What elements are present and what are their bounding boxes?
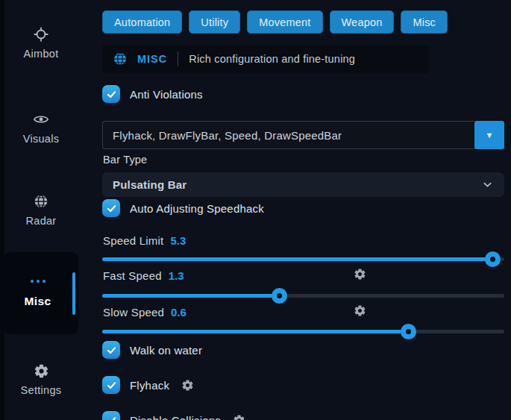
sidebar-item-label: Aimbot bbox=[24, 48, 59, 60]
auto-adjusting-label: Auto Adjusting Speedhack bbox=[130, 202, 264, 215]
tab-utility[interactable]: Utility bbox=[189, 10, 240, 34]
bar-multiselect: Flyhack, DrawFlyBar, Speed, DrawSpeedBar… bbox=[102, 121, 504, 149]
bar-multiselect-dropdown-button[interactable]: ▼ bbox=[474, 121, 504, 149]
slow-speed-value: 0.6 bbox=[171, 306, 186, 319]
disable-collisions-row: Disable Collisions bbox=[102, 411, 245, 420]
slider-thumb[interactable] bbox=[485, 251, 501, 267]
fast-speed-label: Fast Speed bbox=[103, 269, 162, 282]
ellipsis-icon bbox=[3, 280, 72, 283]
fast-speed-value: 1.3 bbox=[169, 269, 184, 282]
bar-type-select[interactable]: Pulsating Bar bbox=[102, 172, 504, 197]
walk-on-water-row: Walk on water bbox=[102, 341, 202, 359]
check-icon bbox=[105, 88, 118, 101]
sidebar-item-settings[interactable]: Settings bbox=[0, 363, 82, 396]
sidebar-item-label: Visuals bbox=[23, 133, 60, 145]
gear-icon bbox=[34, 363, 49, 379]
slow-speed-slider[interactable] bbox=[102, 324, 504, 339]
slider-thumb[interactable] bbox=[272, 288, 287, 304]
speed-limit-label: Speed Limit bbox=[103, 234, 163, 247]
sidebar: Aimbot Visuals Radar bbox=[0, 0, 88, 420]
flyhack-row: Flyhack bbox=[102, 376, 194, 394]
check-icon bbox=[105, 202, 118, 215]
dropdown-triangle-icon: ▼ bbox=[486, 131, 494, 140]
sidebar-item-visuals[interactable]: Visuals bbox=[0, 111, 82, 145]
tab-bar: Automation Utility Movement Weapon Misc bbox=[102, 10, 448, 34]
sidebar-item-radar[interactable]: Radar bbox=[0, 193, 82, 227]
section-title: MISC bbox=[137, 53, 167, 65]
check-icon bbox=[105, 344, 118, 357]
eye-icon bbox=[33, 111, 49, 128]
speed-limit-label-row: Speed Limit 5.3 bbox=[103, 234, 186, 247]
section-header: MISC Rich configuration and fine-tuning bbox=[102, 45, 429, 73]
slow-speed-label: Slow Speed bbox=[103, 306, 164, 319]
bar-type-label: Bar Type bbox=[103, 154, 147, 166]
globe-icon bbox=[113, 51, 128, 66]
sidebar-item-label: Misc bbox=[3, 295, 72, 308]
sidebar-item-aimbot[interactable]: Aimbot bbox=[0, 26, 82, 60]
disable-collisions-checkbox[interactable] bbox=[102, 411, 120, 420]
tab-weapon[interactable]: Weapon bbox=[330, 10, 395, 34]
divider bbox=[178, 51, 178, 66]
disable-collisions-label: Disable Collisions bbox=[130, 414, 221, 420]
slow-speed-gear-icon[interactable] bbox=[354, 304, 366, 320]
chevron-down-icon bbox=[481, 178, 494, 191]
sidebar-item-misc-selected[interactable]: Misc bbox=[3, 252, 78, 334]
speed-limit-value: 5.3 bbox=[170, 234, 186, 247]
anti-violations-row: Anti Violations bbox=[102, 85, 203, 103]
globe-icon bbox=[33, 193, 49, 210]
sidebar-item-label: Radar bbox=[26, 215, 57, 227]
sidebar-item-label: Settings bbox=[21, 384, 62, 396]
flyhack-gear-icon[interactable] bbox=[181, 379, 194, 392]
check-icon bbox=[105, 379, 118, 392]
speed-limit-slider[interactable] bbox=[102, 251, 504, 267]
anti-violations-checkbox[interactable] bbox=[102, 85, 120, 103]
tab-automation[interactable]: Automation bbox=[102, 10, 182, 34]
flyhack-checkbox[interactable] bbox=[102, 376, 120, 394]
walk-on-water-label: Walk on water bbox=[130, 344, 202, 357]
auto-adjusting-checkbox[interactable] bbox=[102, 199, 120, 217]
check-icon bbox=[105, 414, 118, 420]
main-content: Automation Utility Movement Weapon Misc … bbox=[102, 0, 504, 420]
section-subtitle: Rich configuration and fine-tuning bbox=[189, 53, 355, 65]
walk-on-water-checkbox[interactable] bbox=[102, 341, 120, 359]
fast-speed-slider[interactable] bbox=[102, 288, 504, 304]
slider-fill bbox=[102, 330, 408, 333]
crosshair-icon bbox=[33, 26, 49, 43]
bar-multiselect-input[interactable]: Flyhack, DrawFlyBar, Speed, DrawSpeedBar bbox=[102, 121, 474, 149]
flyhack-label: Flyhack bbox=[130, 379, 169, 392]
fast-speed-label-row: Fast Speed 1.3 bbox=[103, 269, 184, 282]
anti-violations-label: Anti Violations bbox=[130, 88, 203, 101]
tab-misc[interactable]: Misc bbox=[401, 10, 448, 34]
disable-collisions-gear-icon[interactable] bbox=[233, 414, 245, 420]
active-indicator-bar bbox=[72, 272, 75, 315]
app-window: Aimbot Visuals Radar bbox=[0, 0, 511, 420]
bar-type-value: Pulsating Bar bbox=[113, 178, 186, 191]
slider-fill bbox=[102, 294, 279, 298]
slider-thumb[interactable] bbox=[401, 324, 416, 339]
auto-adjusting-row: Auto Adjusting Speedhack bbox=[102, 199, 264, 217]
slider-fill bbox=[102, 257, 492, 261]
slow-speed-label-row: Slow Speed 0.6 bbox=[103, 306, 186, 319]
fast-speed-gear-icon[interactable] bbox=[354, 268, 366, 283]
tab-movement[interactable]: Movement bbox=[247, 10, 322, 34]
